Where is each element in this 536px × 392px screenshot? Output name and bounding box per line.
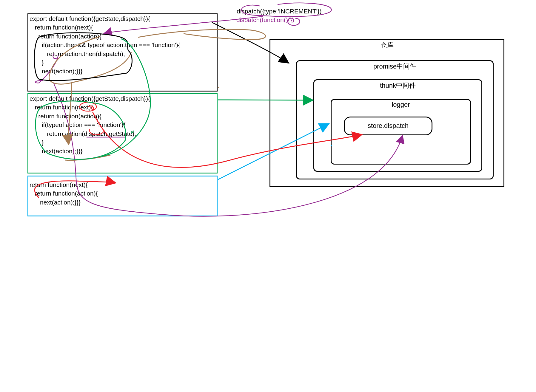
code-line: return function(next){ bbox=[28, 23, 217, 32]
code-line: if(action.then&& typeof action.then === … bbox=[28, 41, 217, 49]
dispatch-call-function: dispatch(function(){}) bbox=[236, 16, 294, 24]
code-box-logger: return function(next){ return function(a… bbox=[27, 176, 218, 216]
code-line: } bbox=[28, 138, 217, 147]
code-line: next(action);}}} bbox=[28, 147, 217, 155]
code-box-promise: export default function({getState,dispat… bbox=[27, 13, 218, 92]
code-box-thunk: export default function({getState,dispat… bbox=[27, 93, 218, 173]
code-line: next(action);}}} bbox=[28, 198, 217, 207]
code-line: export default function({getState,dispat… bbox=[28, 94, 217, 103]
code-line: if(typeof action === 'function'){ bbox=[28, 120, 217, 129]
code-line: export default function({getState,dispat… bbox=[28, 14, 217, 23]
code-line: return function(action){ bbox=[28, 189, 217, 198]
code-line: return action.then(dispatch); bbox=[28, 49, 217, 58]
store-label-logger: logger bbox=[392, 101, 410, 109]
store-label-dispatch: store.dispatch bbox=[368, 122, 409, 130]
store-label-outer: 仓库 bbox=[381, 41, 394, 50]
code-line: next(action);}}} bbox=[28, 67, 217, 75]
dispatch-call-increment: dispatch({type:'INCREMENT'}) bbox=[237, 8, 322, 15]
code-line: } bbox=[28, 58, 217, 67]
code-line: return function(action){ bbox=[28, 32, 217, 41]
code-line: return function(next){ bbox=[28, 176, 217, 189]
store-label-thunk: thunk中间件 bbox=[380, 81, 416, 90]
store-box-dispatch: store.dispatch bbox=[344, 117, 432, 135]
svg-point-2 bbox=[218, 87, 219, 88]
code-line: return function(action){ bbox=[28, 112, 217, 120]
code-line: return function(next){ bbox=[28, 103, 217, 111]
store-label-promise: promise中间件 bbox=[373, 62, 416, 71]
code-line: return action(dispatch,getState); bbox=[28, 129, 217, 138]
